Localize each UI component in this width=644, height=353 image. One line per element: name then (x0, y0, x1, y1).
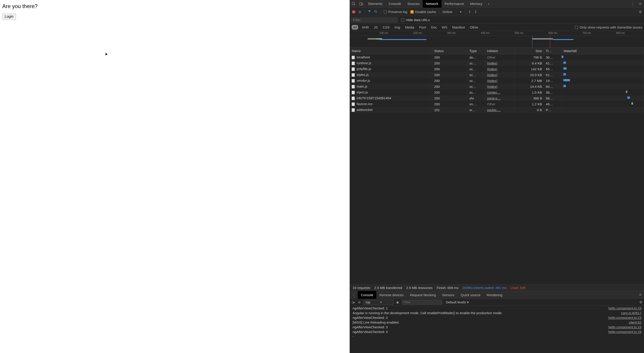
console-message: ngAfterViewChecked: 1 (352, 306, 604, 310)
more-tabs-icon[interactable]: » (486, 2, 492, 6)
network-table: NameStatusTypeInitiatorSizeTi...Waterfal… (350, 48, 644, 284)
cell-initiator[interactable]: sockjs.… (485, 107, 515, 113)
table-row[interactable]: websocket101w…sockjs.…0 BP… (350, 107, 644, 113)
drawer-tab-console[interactable]: Console (358, 291, 376, 299)
drawer-tab-quick-source[interactable]: Quick source (458, 291, 484, 299)
devtools-close-icon[interactable]: ✕ (636, 2, 644, 6)
file-icon (352, 91, 355, 94)
column-type[interactable]: Type (468, 48, 485, 54)
tab-console[interactable]: Console (386, 0, 404, 8)
transferred-size: 2.9 MB transferred (374, 286, 402, 290)
login-button[interactable]: Login (2, 14, 16, 20)
device-toolbar-icon[interactable] (358, 0, 365, 8)
cell-initiator[interactable]: (index) (485, 78, 515, 84)
tab-sources[interactable]: Sources (404, 0, 423, 8)
cell-time: 38… (544, 89, 562, 95)
hide-data-urls-checkbox[interactable]: Hide data URLs (401, 18, 430, 22)
console-settings-icon[interactable]: ⚙ (639, 300, 642, 304)
log-levels-select[interactable]: Default levels ▾ (446, 300, 469, 304)
upload-har-icon[interactable]: ↥ (468, 10, 471, 14)
console-clear-icon[interactable]: ⊘ (358, 300, 361, 304)
drawer-tab-rendering[interactable]: Rendering (484, 291, 506, 299)
console-source-link[interactable]: core.js:40917 (621, 311, 641, 315)
table-row[interactable]: runtime.js200sc…(index)6.4 KB41… (350, 60, 644, 66)
console-prompt-icon[interactable]: › (350, 334, 644, 338)
type-filter-other[interactable]: Other (468, 25, 480, 30)
inspect-element-icon[interactable] (350, 0, 358, 8)
tab-network[interactable]: Network (423, 0, 442, 8)
timeline-overview[interactable]: 100 ms200 ms300 ms400 ms500 ms600 ms700 … (350, 31, 644, 48)
cell-time: 30… (544, 54, 562, 60)
cell-initiator[interactable]: conten… (485, 89, 515, 95)
svg-line-4 (376, 12, 377, 13)
throttle-value: Online (442, 10, 452, 14)
filter-icon[interactable] (368, 10, 371, 14)
record-icon[interactable] (352, 10, 355, 14)
cell-initiator[interactable]: (index) (485, 84, 515, 89)
table-row[interactable]: inject.js200sc…conten…1.5 KB38… (350, 89, 644, 95)
type-filter-img[interactable]: Img (393, 25, 402, 30)
devtools-menu-icon[interactable]: ⋮ (629, 2, 636, 6)
type-filter-manifest[interactable]: Manifest (451, 25, 466, 30)
column-initiator[interactable]: Initiator (485, 48, 515, 54)
clear-icon[interactable]: ⊘ (358, 10, 361, 14)
cell-initiator[interactable]: zone-e… (485, 95, 515, 101)
network-settings-icon[interactable]: ⚙ (639, 10, 642, 14)
console-source-link[interactable]: client:52 (629, 320, 641, 324)
console-source-link[interactable]: hello.component.ts:19 (608, 316, 641, 320)
table-row[interactable]: polyfills.js200sc…(index)142 KB65… (350, 66, 644, 72)
drawer-menu-icon[interactable]: ⋮ (350, 293, 358, 297)
column-status[interactable]: Status (432, 48, 468, 54)
column-size[interactable]: Size (514, 48, 544, 54)
type-filter-all[interactable]: All (352, 25, 358, 30)
console-source-link[interactable]: hello.component.ts:19 (608, 330, 641, 334)
search-icon[interactable] (374, 10, 377, 14)
disable-cache-checkbox[interactable]: Disable cache (410, 10, 436, 14)
tab-memory[interactable]: Memory (467, 0, 486, 8)
console-source-link[interactable]: hello.component.ts:19 (608, 325, 641, 329)
console-sidebar-icon[interactable]: ▯▸ (352, 300, 355, 304)
type-filter-js[interactable]: JS (372, 25, 379, 30)
cell-name: localhost (350, 54, 432, 60)
cell-waterfall (562, 78, 644, 84)
type-filter-doc[interactable]: Doc (430, 25, 438, 30)
network-status-bar: 10 requests 2.9 MB transferred 2.9 MB re… (350, 284, 644, 291)
console-source-link[interactable]: hello.component.ts:19 (608, 306, 641, 310)
table-row[interactable]: localhost200do…Other796 B30… (350, 54, 644, 60)
live-expression-icon[interactable]: ◉ (396, 300, 399, 304)
column-ti[interactable]: Ti... (544, 48, 562, 54)
type-filter-ws[interactable]: WS (440, 25, 449, 30)
type-filter-media[interactable]: Media (404, 25, 416, 30)
download-har-icon[interactable]: ↧ (474, 10, 477, 14)
tab-elements[interactable]: Elements (365, 0, 386, 8)
table-row[interactable]: vendor.js200sc…(index)2.7 MB19… (350, 78, 644, 84)
cell-initiator[interactable]: (index) (485, 60, 515, 66)
drawer-tab-request-blocking[interactable]: Request blocking (407, 291, 439, 299)
cell-initiator[interactable]: (index) (485, 72, 515, 78)
samesite-checkbox[interactable]: Only show requests with SameSite issues (575, 25, 642, 29)
cell-initiator[interactable]: (index) (485, 66, 515, 72)
finish-time: Finish: 609 ms (436, 286, 458, 290)
preserve-log-checkbox[interactable]: Preserve log (384, 10, 407, 14)
drawer-tab-remote-devices[interactable]: Remote devices (376, 291, 407, 299)
column-name[interactable]: Name (350, 48, 432, 54)
throttle-select[interactable]: Online▾ (442, 10, 462, 14)
column-waterfall[interactable]: Waterfall (562, 48, 644, 54)
table-row[interactable]: styles.js200sc…(index)10.0 KB61… (350, 72, 644, 78)
table-row[interactable]: info?t=1587154081464200xhrzone-e…366 B58… (350, 95, 644, 101)
filter-input[interactable] (351, 17, 398, 23)
table-row[interactable]: favicon.ico200vn…Other1.2 KB46… (350, 101, 644, 107)
cell-size: 2.7 MB (514, 78, 544, 84)
type-filter-xhr[interactable]: XHR (360, 25, 370, 30)
cell-waterfall (562, 66, 644, 72)
console-filter-input[interactable] (402, 300, 442, 304)
type-filter-font[interactable]: Font (418, 25, 427, 30)
drawer-tab-sensors[interactable]: Sensors (439, 291, 458, 299)
file-icon (352, 56, 355, 59)
console-context-select[interactable]: top ▾ (364, 300, 394, 305)
drawer-close-icon[interactable]: ✕ (636, 293, 644, 297)
cell-time: 60… (544, 84, 562, 89)
type-filter-css[interactable]: CSS (381, 25, 391, 30)
tab-performance[interactable]: Performance (442, 0, 467, 8)
table-row[interactable]: main.js200sc…(index)14.4 KB60… (350, 84, 644, 89)
